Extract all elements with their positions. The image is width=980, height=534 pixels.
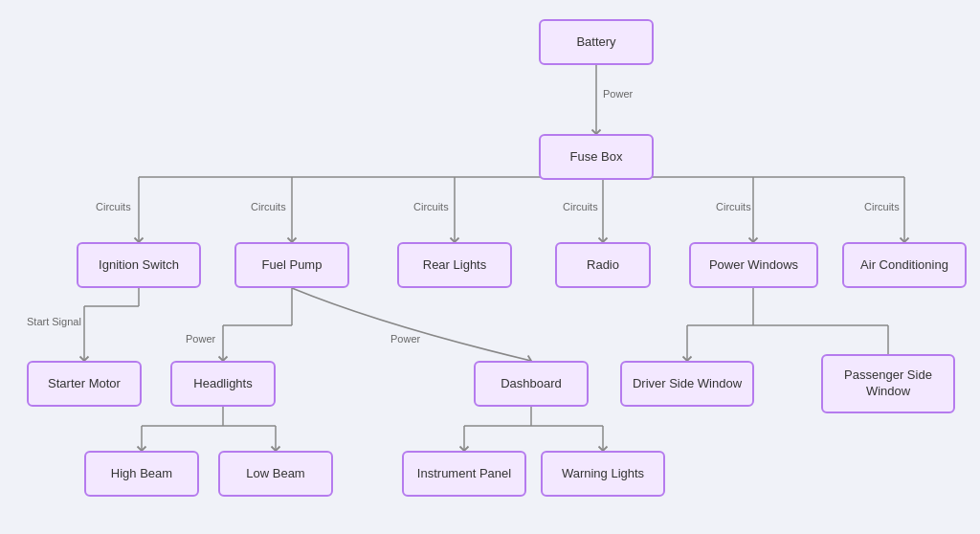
ignition-label: Ignition Switch bbox=[99, 257, 179, 274]
headlights-node: Headlights bbox=[170, 361, 276, 407]
dashboard-label: Dashboard bbox=[501, 376, 562, 392]
power-label-1: Power bbox=[603, 88, 633, 100]
passenger-window-node: Passenger Side Window bbox=[821, 354, 955, 413]
ignition-node: Ignition Switch bbox=[77, 242, 201, 288]
passenger-window-label: Passenger Side Window bbox=[831, 367, 946, 400]
low-beam-label: Low Beam bbox=[246, 466, 304, 482]
low-beam-node: Low Beam bbox=[218, 451, 333, 497]
air-conditioning-node: Air Conditioning bbox=[842, 242, 967, 288]
air-conditioning-label: Air Conditioning bbox=[860, 257, 948, 274]
high-beam-node: High Beam bbox=[84, 451, 199, 497]
driver-window-label: Driver Side Window bbox=[633, 376, 742, 392]
circuits-label-6: Circuits bbox=[864, 201, 900, 212]
diagram-container: Battery Power Fuse Box Circuits Circuits… bbox=[0, 0, 980, 534]
circuits-label-3: Circuits bbox=[413, 201, 449, 212]
circuits-label-2: Circuits bbox=[251, 201, 286, 212]
dashboard-node: Dashboard bbox=[474, 361, 589, 407]
starter-motor-label: Starter Motor bbox=[48, 376, 121, 392]
headlights-label: Headlights bbox=[193, 376, 252, 392]
warning-lights-label: Warning Lights bbox=[562, 466, 644, 482]
battery-node: Battery bbox=[539, 19, 654, 65]
radio-node: Radio bbox=[555, 242, 651, 288]
circuits-label-5: Circuits bbox=[716, 201, 751, 212]
fuel-pump-label: Fuel Pump bbox=[262, 257, 323, 274]
instrument-panel-node: Instrument Panel bbox=[402, 451, 526, 497]
radio-label: Radio bbox=[587, 257, 619, 274]
battery-label: Battery bbox=[576, 34, 615, 51]
power-label-3: Power bbox=[390, 333, 420, 345]
start-signal-label: Start Signal bbox=[27, 316, 81, 327]
starter-motor-node: Starter Motor bbox=[27, 361, 142, 407]
instrument-panel-label: Instrument Panel bbox=[417, 466, 511, 482]
warning-lights-node: Warning Lights bbox=[541, 451, 665, 497]
circuits-label-4: Circuits bbox=[563, 201, 598, 212]
driver-window-node: Driver Side Window bbox=[620, 361, 754, 407]
rear-lights-label: Rear Lights bbox=[423, 257, 486, 274]
high-beam-label: High Beam bbox=[111, 466, 172, 482]
power-label-2: Power bbox=[186, 333, 215, 345]
circuits-label-1: Circuits bbox=[96, 201, 131, 212]
power-windows-label: Power Windows bbox=[709, 257, 798, 274]
fuse-box-node: Fuse Box bbox=[539, 134, 654, 180]
fuel-pump-node: Fuel Pump bbox=[234, 242, 349, 288]
fuse-box-label: Fuse Box bbox=[570, 149, 623, 166]
rear-lights-node: Rear Lights bbox=[397, 242, 512, 288]
power-windows-node: Power Windows bbox=[689, 242, 818, 288]
